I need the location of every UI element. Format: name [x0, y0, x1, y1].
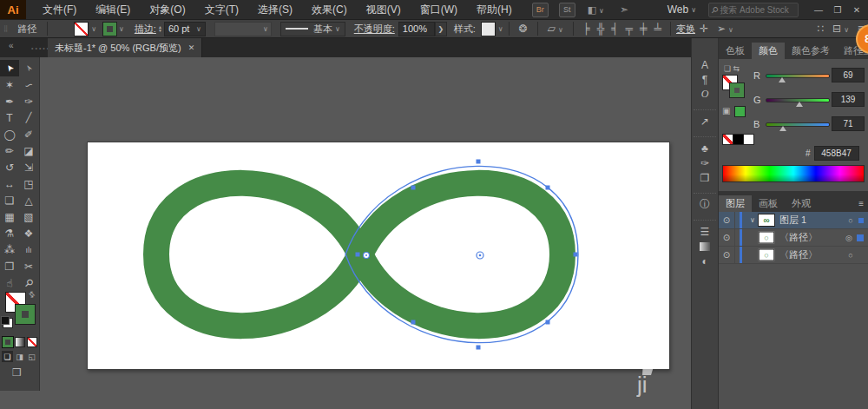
bridge-button[interactable]: Br [532, 3, 549, 17]
menu-item-edit[interactable]: 编辑(E) [86, 0, 140, 19]
align-left[interactable]: ╞ [579, 23, 594, 35]
tool-graph[interactable]: ılı [19, 241, 38, 258]
r-value-field[interactable]: 69 [832, 68, 865, 82]
color-mini-icons[interactable]: ❏ ⇆ [724, 64, 740, 73]
infinity-left-loop[interactable] [156, 183, 360, 326]
menu-item-view[interactable]: 视图(V) [357, 0, 411, 19]
tool-zoom[interactable]: ⚲ [19, 274, 38, 291]
align-right[interactable]: ╡ [608, 23, 622, 35]
stock-button[interactable]: St [559, 3, 575, 17]
tool-curvature[interactable]: ✑ [19, 93, 38, 109]
tool-type[interactable]: T [0, 109, 19, 126]
panel-icon-opentype[interactable]: O [694, 87, 716, 102]
expand-chevron-icon[interactable]: ∨ [747, 216, 758, 224]
window-button-close[interactable]: ✕ [847, 2, 866, 17]
stock-search[interactable]: ⚲ [708, 3, 799, 17]
tool-lasso[interactable]: ∽ [19, 76, 38, 93]
layers-panel-menu-icon[interactable]: ≡ [858, 199, 864, 208]
infinity-right-loop[interactable] [360, 183, 562, 326]
tool-artboard[interactable]: ❐ [0, 258, 19, 274]
tool-gradient[interactable]: ▧ [19, 208, 38, 225]
panel-icon-paragraph[interactable]: ¶ [694, 72, 716, 87]
style-swatch[interactable] [481, 22, 496, 36]
panel-icon-gradient[interactable] [694, 239, 716, 254]
tool-hand[interactable]: ☜ [0, 274, 19, 291]
search-input[interactable] [718, 4, 795, 16]
panel-icon-transparency[interactable]: ◐ [694, 254, 716, 268]
g-value-field[interactable]: 139 [832, 92, 865, 107]
layer-name[interactable]: 〈路径〉 [779, 248, 845, 261]
b-thumb[interactable] [779, 126, 786, 131]
stroke-label[interactable]: 描边: [135, 23, 156, 36]
hex-value-field[interactable]: 458B47 [814, 146, 859, 161]
tab-layers[interactable]: 图层 [719, 195, 752, 212]
tool-selection[interactable]: ➤ [0, 60, 19, 76]
opacity-expand-button[interactable]: ❯ [435, 22, 447, 36]
tool-mesh[interactable]: ▦ [0, 208, 19, 225]
default-fill-stroke-icon[interactable] [3, 318, 13, 328]
layer-row-2[interactable]: ⊙ ○ 〈路径〉 ◎ [719, 229, 868, 247]
layer-name[interactable]: 图层 1 [779, 214, 845, 227]
color-spectrum-bar[interactable] [722, 165, 865, 182]
mode-draw-inside[interactable]: ◱ [26, 351, 37, 362]
layer-row-3[interactable]: ⊙ ○ 〈路径〉 ○ [719, 247, 868, 264]
recolor-artwork-icon[interactable]: ❂ [515, 23, 532, 35]
menu-item-help[interactable]: 帮助(H) [467, 0, 522, 19]
tool-scale[interactable]: ⇲ [19, 159, 38, 175]
window-button-restore[interactable]: ❐ [828, 2, 847, 17]
tab-close-icon[interactable]: ✕ [188, 43, 195, 52]
style-chevron-icon[interactable]: ∨ [498, 25, 503, 33]
collapse-panel-icon[interactable]: « [9, 41, 14, 50]
panel-icon-artboards[interactable]: ❐ [694, 170, 716, 185]
panel-icon-symbols[interactable]: ♣ [694, 136, 716, 155]
b-value-field[interactable]: 71 [832, 116, 865, 131]
tool-rotate[interactable]: ↺ [0, 159, 19, 175]
stroke-swatch[interactable] [16, 305, 35, 324]
stroke-chevron-icon[interactable]: ∨ [119, 25, 124, 33]
r-track[interactable] [766, 74, 830, 78]
tool-perspective-grid[interactable]: △ [19, 192, 38, 208]
stroke-color-swatch[interactable] [103, 23, 116, 36]
free-transform-icon[interactable]: ✛ [695, 23, 713, 35]
g-thumb[interactable] [796, 102, 803, 107]
tool-direct-selection[interactable]: ➢ [19, 60, 38, 76]
panel-icon-character[interactable]: A [694, 57, 716, 72]
target-circle-icon[interactable]: ○ [845, 216, 857, 225]
tool-blend[interactable]: ❖ [19, 225, 38, 241]
tool-pen[interactable]: ✒ [0, 93, 19, 109]
b-track[interactable] [766, 122, 830, 127]
shape-options-icon[interactable]: ▱∨ [543, 23, 568, 35]
menu-item-effect[interactable]: 效果(C) [302, 0, 357, 19]
fill-chevron-icon[interactable]: ∨ [91, 25, 96, 33]
path-thumbnail[interactable]: ○ [759, 249, 774, 261]
mode-draw-behind[interactable]: ◨ [14, 351, 25, 362]
none-button[interactable] [27, 337, 37, 347]
panel-icon-export[interactable]: ↗ [694, 109, 716, 129]
fill-color-swatch[interactable] [74, 22, 89, 36]
align-bottom[interactable]: ╧ [650, 23, 665, 35]
gamut-color-swatch[interactable] [734, 106, 746, 117]
gradient-button[interactable] [15, 337, 25, 347]
canvas-area[interactable]: ji [40, 57, 691, 409]
arrange-documents-icon[interactable]: ◧∨ [588, 4, 604, 16]
layer-name[interactable]: 〈路径〉 [779, 231, 843, 244]
tab-appearance[interactable]: 外观 [785, 195, 818, 212]
tool-line[interactable]: ╱ [19, 109, 38, 126]
menu-item-file[interactable]: 文件(F) [33, 0, 86, 19]
visibility-eye-icon[interactable]: ⊙ [719, 233, 734, 242]
tool-magic-wand[interactable]: ✶ [0, 76, 19, 93]
window-button-minimize[interactable]: — [809, 2, 828, 17]
out-of-gamut-icon[interactable]: ▣ [722, 106, 730, 115]
selection-square[interactable] [857, 234, 864, 241]
menu-item-select[interactable]: 选择(S) [248, 0, 302, 19]
target-circle-icon[interactable]: ◎ [843, 234, 855, 242]
layer-row-1[interactable]: ⊙ ∨ ∞ 图层 1 ○ [719, 212, 868, 229]
path-thumbnail[interactable]: ○ [759, 232, 774, 244]
panel-icon-info[interactable]: ⓘ [694, 193, 716, 212]
visibility-eye-icon[interactable]: ⊙ [719, 215, 734, 225]
dots-grid-icon[interactable]: ∷ [812, 23, 828, 35]
tool-width[interactable]: ↔ [0, 175, 19, 192]
stroke-stepper[interactable]: ▲▼ [158, 25, 162, 32]
tool-eraser[interactable]: ◪ [19, 142, 38, 159]
layer-thumbnail[interactable]: ∞ [758, 214, 775, 227]
